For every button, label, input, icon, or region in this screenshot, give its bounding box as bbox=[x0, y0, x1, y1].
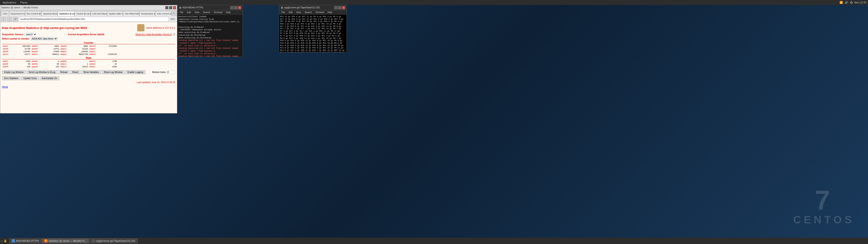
counter-cell: aida193723394 bbox=[89, 45, 118, 48]
tab-experiment[interactable]: Experiment Contr... ✕ bbox=[9, 11, 25, 16]
tab-temp-label: Temperature and... bbox=[141, 12, 155, 15]
counter-cell: aida20 bbox=[89, 48, 118, 50]
rate-cell: aida09120 bbox=[31, 65, 60, 68]
tab-control[interactable]: Control @ carme-... ✕ bbox=[74, 11, 91, 16]
show-variables-button[interactable]: Show Variables bbox=[81, 70, 101, 74]
forward-button[interactable]: ❯ bbox=[7, 17, 12, 22]
tab-temp[interactable]: Temperature and... ✕ bbox=[140, 11, 155, 16]
new-tab-button[interactable]: + bbox=[172, 11, 176, 15]
autoupdate-button[interactable]: AutoUpdate On bbox=[39, 77, 59, 80]
aida-menu-edit[interactable]: Edit bbox=[186, 11, 192, 13]
reload-button[interactable]: Reload bbox=[58, 70, 70, 74]
tab-run-control[interactable]: Run Control @ ca... ✕ bbox=[25, 11, 41, 16]
rate-cell: adc0595 bbox=[2, 63, 31, 65]
ssh-line: R13.0.gz R27.4.gz R38.15.gz R42.1.gz R51… bbox=[280, 49, 346, 52]
taskbar-rpg-terminal[interactable]: rpg@carme-gsi:/TapeData/G22-201 bbox=[90, 238, 138, 243]
empty-log-button[interactable]: Empty Log Window bbox=[2, 70, 26, 74]
checkbox-icon[interactable]: ☐ bbox=[173, 33, 175, 36]
enable-logging-button[interactable]: Enable Logging bbox=[125, 70, 145, 74]
ssh-line: R8.0.gz R27.5.gz R38.14.gz R42.2.gz R51.… bbox=[280, 37, 346, 40]
show-all-link[interactable]: Show ALL Data Acquisition Servers? bbox=[135, 33, 172, 36]
terminal-line: RunControlClient loaded bbox=[178, 16, 242, 18]
ssh-minimize-button[interactable]: − bbox=[334, 6, 338, 9]
acq-servers-label: Acquisition Servers: bbox=[2, 33, 24, 36]
ssh-line: R37.14.gz R27.8.gz R37.24.gz R41.6.gz R5… bbox=[280, 20, 346, 23]
show-log-window-button[interactable]: Show Log Window bbox=[102, 70, 125, 74]
rate-cell bbox=[146, 65, 175, 68]
ssh-line: R38.2.gz R28.0.gz R37.5.gz R42.2.gz R51.… bbox=[280, 23, 346, 25]
tab-statistics[interactable]: Statistics @ carm... ✕ bbox=[58, 11, 74, 16]
taskbar-aida-midas[interactable]: AIDA MIDAS HTTPd bbox=[9, 238, 41, 243]
aida-close-button[interactable]: ✕ bbox=[238, 6, 241, 9]
rate-cell: aida09 bbox=[60, 60, 89, 63]
counter-cell bbox=[118, 48, 147, 50]
tab-asic[interactable]: ASIC Control @ c... ✕ bbox=[155, 11, 172, 16]
back-button[interactable]: ❮ bbox=[1, 17, 6, 22]
ssh-menu-edit[interactable]: Edit bbox=[287, 11, 294, 13]
aida-terminal-window: 🖥 AIDA MIDAS HTTPd − □ ✕ File Edit View … bbox=[177, 5, 243, 57]
taskbar-lock-icon[interactable]: 🔒 bbox=[4, 239, 7, 242]
counter-cell bbox=[146, 48, 175, 50]
ssh-line: R10.0.gz R26.4.gz R38.15.gz R42.2.gz R51… bbox=[280, 42, 346, 44]
page-title: Data Acquisition Statistics @ http carme… bbox=[2, 26, 87, 30]
tab-asic-label: ASIC Control @ c... bbox=[157, 12, 172, 15]
ssh-line: R27.1.gz R27.4.gz R37.7.gz R42.6.gz R51.… bbox=[280, 28, 346, 30]
close-button[interactable]: ✕ bbox=[173, 6, 176, 9]
aida-menu-search[interactable]: Search bbox=[202, 11, 212, 13]
aida-menu-view[interactable]: View bbox=[193, 11, 201, 13]
taskbar-statistics[interactable]: Statistics @ carme — Mozilla Fir... bbox=[41, 238, 89, 243]
action-button-row: Zero Statistics Update Once AutoUpdate O… bbox=[2, 77, 175, 80]
rate-section: Rate adc011428 aida020 aida09 aida191788… bbox=[2, 57, 175, 68]
aida-terminal-content[interactable]: RunControlClient loaded Completed custom… bbox=[178, 15, 243, 57]
tab-gsi[interactable]: GSI White Rabbit... ✕ bbox=[123, 11, 139, 16]
update-once-button[interactable]: Update Once bbox=[21, 77, 39, 80]
tab-spectrum[interactable]: Spectrum Browse... ✕ bbox=[41, 11, 58, 16]
network-icon[interactable]: 📶 bbox=[839, 1, 843, 4]
counter-cell: aida0937605 bbox=[31, 50, 60, 53]
aida-menu-help[interactable]: Help bbox=[224, 11, 232, 13]
home-link[interactable]: Home bbox=[2, 86, 8, 88]
terminal-line: loading Spectrum.tcl > can not find chan… bbox=[178, 39, 242, 44]
maximize-button[interactable]: □ bbox=[169, 6, 172, 9]
top-menu: Applications Places bbox=[0, 1, 30, 4]
rpg-taskbar-label: rpg@carme-gsi:/TapeData/G22-201 bbox=[96, 240, 135, 242]
aida-menu-terminal[interactable]: Terminal bbox=[213, 11, 224, 13]
ssh-menu-search[interactable]: Search bbox=[303, 11, 313, 13]
power-icon[interactable]: ⏻ bbox=[850, 1, 852, 4]
tab-system[interactable]: System wide Che... ✕ bbox=[107, 11, 123, 16]
ssh-menu-terminal[interactable]: Terminal bbox=[314, 11, 326, 13]
module-index-input[interactable] bbox=[167, 71, 175, 74]
counter-cell: adc011501455 bbox=[2, 45, 31, 48]
tab-aida[interactable]: AIDA ✕ bbox=[1, 11, 9, 16]
counter-cell: aida181705510e bbox=[89, 53, 118, 56]
rate-cell: aida2034 bbox=[89, 63, 118, 65]
aida-terminal-controls: − □ ✕ bbox=[230, 6, 241, 9]
aida-maximize-button[interactable]: □ bbox=[234, 6, 237, 9]
url-text: localhost:8015/DataAcquisitionControl/Da… bbox=[20, 18, 85, 20]
send-log-button[interactable]: Send Log Window to ELog bbox=[26, 70, 57, 74]
firefox-taskbar-icon bbox=[44, 239, 48, 243]
counter-cell bbox=[118, 53, 147, 56]
reload-page-button[interactable]: ↺ bbox=[13, 17, 18, 22]
ssh-menu-file[interactable]: File bbox=[280, 11, 286, 13]
ssh-menu-view[interactable]: View bbox=[295, 11, 303, 13]
counter-select[interactable]: AIDA ADC data Items bbox=[31, 37, 58, 40]
zero-statistics-button[interactable]: Zero Statistics bbox=[2, 77, 20, 80]
url-bar[interactable]: localhost:8015/DataAcquisitionControl/Da… bbox=[19, 17, 169, 22]
ssh-close-button[interactable]: ✕ bbox=[342, 6, 345, 9]
aida-menu-file[interactable]: File bbox=[178, 11, 185, 13]
tab-led[interactable]: LED and Wavefor... ✕ bbox=[91, 11, 107, 16]
acquisition-server-select[interactable]: aida15 bbox=[25, 33, 37, 36]
minimize-button[interactable]: − bbox=[165, 6, 168, 9]
reset-button[interactable]: Reset bbox=[70, 70, 80, 74]
aida-minimize-button[interactable]: − bbox=[230, 6, 234, 9]
applications-menu[interactable]: Applications bbox=[1, 1, 18, 4]
ssh-maximize-button[interactable]: □ bbox=[338, 6, 341, 9]
places-menu[interactable]: Places bbox=[18, 1, 29, 4]
taskbar-network-icon[interactable]: ⌂ bbox=[1, 239, 3, 243]
counter-cell: aida1588022729 bbox=[60, 53, 89, 56]
ssh-menu-help[interactable]: Help bbox=[326, 11, 334, 13]
ssh-terminal-content[interactable]: R35.13.gz R28.6.gz R37.21.gz R4.6.gz R50… bbox=[279, 15, 346, 52]
main-button-row: Empty Log Window Send Log Window to ELog… bbox=[2, 70, 145, 74]
sound-icon[interactable]: 🔊 bbox=[845, 1, 848, 4]
